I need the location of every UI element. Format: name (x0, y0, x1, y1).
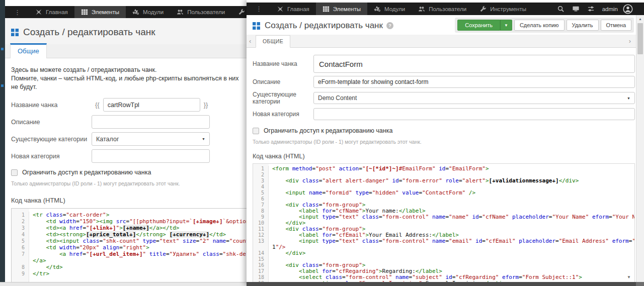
code-line-text[interactable] (269, 196, 634, 202)
code-editor[interactable]: 1<form method="post" action="[~[*id*]~]#… (253, 163, 635, 286)
avatar-icon[interactable] (623, 4, 633, 14)
code-row: 9 <input type="text" class="form-control… (253, 214, 634, 220)
save-button[interactable]: Сохранить (457, 20, 500, 31)
help-icon[interactable]: ? (386, 22, 393, 29)
menu-kebab-icon[interactable]: ⋮ (5, 6, 29, 18)
code-line-text[interactable]: <a href="[+url_del_item+]" title="Удалит… (29, 251, 248, 257)
line-number: 3 (253, 178, 269, 184)
code-line-text[interactable]: <input type="text" class="form-control" … (269, 238, 634, 244)
code-line-text[interactable] (269, 172, 634, 178)
users-icon (418, 6, 425, 13)
editor-scroll-down-icon[interactable]: ▼ (627, 275, 631, 279)
code-line-text[interactable]: <label for="cfEmail">Your Email Address:… (269, 232, 634, 238)
code-line-text[interactable]: <td><input class="shk-count" type="text"… (29, 238, 248, 244)
code-line-text[interactable]: <select class="form-control" name="subje… (269, 274, 634, 280)
restrict-access-row: Ограничить доступ к редактированию чанка (11, 169, 242, 176)
code-line-text[interactable]: </div> (269, 250, 634, 256)
sliders-icon[interactable] (587, 5, 595, 13)
nav-item-modules[interactable]: Модули (367, 3, 412, 15)
code-line-text[interactable]: </div> (269, 220, 634, 226)
category-select[interactable]: Demo Content ▼ (313, 92, 635, 104)
code-line-text[interactable]: <div class="form-group"> (269, 262, 634, 268)
code-line-text[interactable]: </td> (29, 264, 248, 270)
code-line-text[interactable]: </a> (29, 257, 248, 264)
code-line-text[interactable]: <div class="form-group"> (269, 202, 634, 208)
tabs-scroll-right-icon[interactable]: › (629, 37, 631, 45)
form-row-name: Название чанка {{ }} (11, 98, 242, 112)
code-row: 12 <label for="cfEmail">Your Email Addre… (253, 232, 634, 238)
category-select[interactable]: Каталог ▼ (92, 132, 210, 146)
scroll-up-icon[interactable]: ▲ (636, 15, 644, 21)
code-line-text[interactable]: <form method="post" action="[~[*id*]~]#E… (269, 166, 634, 172)
new-category-input[interactable] (92, 149, 210, 163)
strip-marker (1, 84, 4, 87)
nav-item-users[interactable]: Пользователи (412, 3, 473, 15)
nav-item-home[interactable]: Главная (270, 3, 316, 15)
code-line-text[interactable]: 1"/> (269, 244, 634, 250)
code-line-text[interactable]: <label for="cfName">Your name:</label> (269, 208, 634, 214)
category-label: Существующие категории (253, 91, 313, 105)
chunk-name-input[interactable] (313, 55, 635, 73)
code-line-text[interactable]: <div class="alert alert-danger" id="form… (269, 178, 634, 184)
cancel-button[interactable]: Отмена (601, 20, 631, 31)
tab-general[interactable]: ОБЩИЕ (256, 35, 290, 48)
code-line-text[interactable]: <td><a href="[+link+]">[+name+]</a></td> (29, 225, 248, 231)
monitor-icon[interactable] (572, 5, 580, 13)
nav-item-home[interactable]: Главная (29, 6, 74, 18)
vertical-scrollbar[interactable]: ▲ (636, 15, 644, 282)
delete-button[interactable]: Удалить (567, 20, 599, 31)
code-row: 11 <div class="form-group"> (253, 226, 634, 232)
nav-item-tools[interactable]: Инструменты (473, 3, 533, 15)
line-number: 4 (12, 231, 29, 238)
code-line-text[interactable]: <td width="150"><img src="[[phpthumb?inp… (29, 218, 248, 225)
code-line-text[interactable] (269, 256, 634, 262)
tab-general[interactable]: Общие (10, 43, 47, 58)
line-number: 17 (253, 268, 269, 274)
background-window: ⋮ ГлавнаяЭлементыМодулиПользователиИнстр… (0, 0, 248, 286)
code-line-text[interactable]: <label for="cfRegarding">Regarding:</lab… (269, 268, 634, 274)
line-number: 7 (12, 251, 29, 257)
nav-item-elements[interactable]: Элементы (316, 3, 367, 15)
line-number (12, 257, 29, 264)
name-label: Название чанка (253, 60, 313, 67)
search-icon[interactable] (557, 5, 565, 13)
code-line-text[interactable]: <tr class="cart-order"> (29, 212, 248, 218)
code-line-text[interactable]: <input type="text" class="form-control" … (269, 214, 634, 220)
chunk-name-input[interactable] (103, 98, 200, 112)
nav-item-users[interactable]: Пользователи (170, 6, 231, 18)
menu-kebab-icon[interactable]: ⋮ (247, 3, 270, 15)
restrict-access-checkbox[interactable] (253, 128, 259, 134)
nav-item-modules[interactable]: Модули (126, 6, 170, 18)
line-number: 4 (253, 184, 269, 190)
save-dropdown-caret[interactable]: ▼ (500, 20, 512, 31)
code-row: 10 </div> (253, 220, 634, 226)
code-editor[interactable]: 1<tr class="cart-order">2 <td width="150… (11, 208, 248, 286)
code-line-text[interactable]: </tr> (29, 270, 248, 277)
restrict-access-checkbox[interactable] (11, 169, 18, 176)
right-top-nav: ⋮ ГлавнаяЭлементыМодулиПользователиИнстр… (247, 3, 644, 15)
nav-item-elements[interactable]: Элементы (74, 6, 126, 18)
nav-item-label: Главная (287, 6, 309, 12)
description-input[interactable] (313, 76, 635, 88)
right-page-head: Создать / редактировать чанк ? Сохранить… (247, 15, 644, 31)
duplicate-button[interactable]: Сделать копию (514, 20, 565, 31)
nav-item-label: Модули (143, 9, 164, 15)
admin-user-label[interactable]: admin (602, 6, 618, 12)
new-category-input[interactable] (313, 108, 635, 120)
nav-item-tools[interactable]: Инструменты (231, 6, 248, 18)
line-number: 1 (253, 166, 269, 172)
horizontal-scrollbar[interactable] (247, 282, 644, 286)
code-line-text[interactable]: <td width="20px" align="right"> (29, 244, 248, 251)
grid-icon (323, 6, 330, 13)
tabs-scroll-left-icon[interactable]: ‹ (249, 37, 251, 45)
description-input[interactable] (92, 115, 210, 129)
scrollbar-thumb[interactable] (637, 23, 643, 54)
action-buttons: Сохранить ▼ Сделать копию Удалить Отмена (455, 18, 634, 33)
code-row: </a> (12, 257, 248, 264)
code-line-text[interactable]: <div class="form-group"> (269, 226, 634, 232)
code-line-text[interactable]: <input name="formid" type="hidden" value… (269, 190, 634, 196)
form-row-new-category: Новая категория (11, 149, 242, 163)
code-line-text[interactable] (269, 184, 634, 190)
code-line-text[interactable]: <td><strong>[+price_total+]</strong> [+c… (29, 231, 248, 238)
code-row: 7 <a href="[+url_del_item+]" title="Удал… (12, 251, 248, 257)
